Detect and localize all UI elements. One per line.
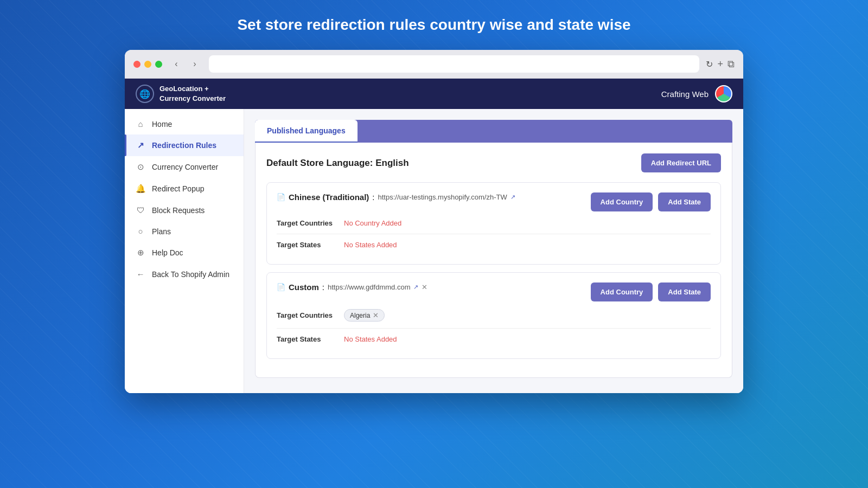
sidebar-item-home[interactable]: ⌂ Home [125, 113, 244, 134]
app-line2: Currency Converter [159, 94, 226, 104]
lang-title-row-custom: 📄 Custom : https://www.gdfdmmd.com ↗ ✕ [277, 282, 427, 292]
external-link-icon-chinese[interactable]: ↗ [510, 194, 515, 201]
target-states-row-chinese: Target States No States Added [277, 241, 711, 249]
shield-icon: 🛡 [136, 206, 145, 215]
refresh-icon[interactable]: ↻ [706, 59, 713, 69]
back-button[interactable]: ‹ [169, 56, 184, 72]
lang-header-chinese: 📄 Chinese (Traditional) : https://uar-te… [277, 192, 711, 211]
traffic-lights [133, 61, 162, 68]
no-states-added-chinese: No States Added [344, 241, 397, 249]
lang-header-custom: 📄 Custom : https://www.gdfdmmd.com ↗ ✕ A… [277, 282, 711, 301]
sidebar-item-redirect-popup[interactable]: 🔔 Redirect Popup [125, 178, 244, 200]
plans-icon: ○ [136, 227, 145, 236]
content-area: Published Languages Default Store Langua… [244, 109, 743, 393]
tab-bar: Published Languages [255, 120, 732, 143]
sidebar-item-currency-converter[interactable]: ⊙ Currency Converter [125, 156, 244, 178]
file-icon-custom: 📄 [277, 283, 285, 291]
no-country-added-chinese: No Country Added [344, 219, 401, 227]
lang-actions-chinese: Add Country Add State [591, 192, 711, 211]
logo-circle [716, 86, 731, 101]
browser-actions: ↻ + ⧉ [706, 59, 735, 70]
sidebar-item-back-to-shopify[interactable]: ← Back To Shopify Admin [125, 264, 244, 285]
close-button[interactable] [133, 61, 141, 68]
sidebar-item-redirection-rules[interactable]: ↗ Redirection Rules [125, 134, 244, 156]
sidebar: ⌂ Home ↗ Redirection Rules ⊙ Currency Co… [125, 109, 244, 393]
add-redirect-url-button[interactable]: Add Redirect URL [641, 153, 721, 172]
new-tab-icon[interactable]: + [717, 59, 723, 70]
target-countries-row-custom: Target Countries Algeria ✕ [277, 309, 711, 322]
app-name: GeoLocation + Currency Converter [159, 84, 226, 104]
lang-name-custom: Custom [289, 282, 319, 292]
algeria-tag: Algeria ✕ [344, 309, 385, 322]
sidebar-item-help-doc[interactable]: ⊕ Help Doc [125, 242, 244, 264]
top-nav-right: Crafting Web [661, 85, 732, 102]
lang-name-chinese: Chinese (Traditional) [289, 192, 369, 202]
divider-chinese [277, 234, 711, 234]
page-title: Set store redirection rules country wise… [237, 16, 630, 34]
sidebar-item-label: Block Requests [152, 206, 205, 215]
browser-window: ‹ › ↻ + ⧉ 🌐 GeoLocation + Currency Conve… [125, 50, 743, 393]
language-card-chinese-traditional: 📄 Chinese (Traditional) : https://uar-te… [266, 182, 721, 265]
redirect-icon: ↗ [136, 140, 145, 150]
app-container: 🌐 GeoLocation + Currency Converter Craft… [125, 79, 743, 393]
no-states-added-custom: No States Added [344, 335, 397, 343]
top-nav-left: 🌐 GeoLocation + Currency Converter [136, 84, 226, 104]
lang-separator-chinese: : [372, 192, 374, 202]
sidebar-item-label: Home [152, 120, 172, 129]
sidebar-item-label: Currency Converter [152, 163, 218, 171]
add-state-button-chinese[interactable]: Add State [658, 192, 711, 211]
divider-custom [277, 328, 711, 329]
sidebar-item-label: Redirect Popup [152, 184, 205, 193]
language-card-custom: 📄 Custom : https://www.gdfdmmd.com ↗ ✕ A… [266, 272, 721, 359]
bell-icon: 🔔 [136, 184, 145, 194]
sidebar-item-block-requests[interactable]: 🛡 Block Requests [125, 200, 244, 221]
target-states-label-chinese: Target States [277, 241, 336, 249]
default-store-header: Default Store Language: English Add Redi… [266, 153, 721, 172]
lang-url-chinese: https://uar-testings.myshopify.com/zh-TW [378, 193, 507, 201]
add-country-button-custom[interactable]: Add Country [591, 282, 653, 301]
target-countries-label-custom: Target Countries [277, 311, 336, 319]
add-country-button-chinese[interactable]: Add Country [591, 192, 653, 211]
file-icon-chinese: 📄 [277, 193, 285, 201]
app-line1: GeoLocation + [159, 84, 226, 94]
page-wrapper: Set store redirection rules country wise… [0, 0, 868, 488]
help-icon: ⊕ [136, 248, 145, 258]
sidebar-item-label: Help Doc [152, 248, 183, 257]
forward-button[interactable]: › [187, 56, 202, 72]
sidebar-item-plans[interactable]: ○ Plans [125, 221, 244, 242]
default-store-title: Default Store Language: English [266, 158, 409, 169]
windows-icon[interactable]: ⧉ [727, 59, 735, 70]
lang-separator-custom: : [322, 282, 324, 292]
sidebar-item-label: Redirection Rules [152, 141, 216, 150]
target-countries-row-chinese: Target Countries No Country Added [277, 219, 711, 227]
target-states-label-custom: Target States [277, 335, 336, 343]
minimize-button[interactable] [144, 61, 151, 68]
brand-name: Crafting Web [661, 89, 709, 99]
address-bar[interactable] [209, 55, 699, 73]
main-layout: ⌂ Home ↗ Redirection Rules ⊙ Currency Co… [125, 109, 743, 393]
add-state-button-custom[interactable]: Add State [658, 282, 711, 301]
browser-nav: ‹ › [169, 56, 202, 72]
lang-actions-custom: Add Country Add State [591, 282, 711, 301]
top-nav: 🌐 GeoLocation + Currency Converter Craft… [125, 79, 743, 109]
algeria-tag-text: Algeria [350, 312, 370, 319]
remove-custom-icon[interactable]: ✕ [422, 283, 427, 291]
lang-title-row-chinese: 📄 Chinese (Traditional) : https://uar-te… [277, 192, 515, 202]
tab-published-languages[interactable]: Published Languages [255, 120, 358, 143]
currency-icon: ⊙ [136, 162, 145, 172]
globe-icon: 🌐 [136, 85, 154, 103]
main-panel: Default Store Language: English Add Redi… [255, 143, 732, 378]
back-arrow-icon: ← [136, 269, 145, 279]
maximize-button[interactable] [155, 61, 162, 68]
home-icon: ⌂ [136, 119, 145, 129]
lang-url-custom: https://www.gdfdmmd.com [328, 283, 410, 291]
target-countries-label-chinese: Target Countries [277, 219, 336, 227]
brand-logo [715, 85, 732, 102]
external-link-icon-custom[interactable]: ↗ [413, 284, 418, 291]
sidebar-item-label: Back To Shopify Admin [152, 270, 229, 279]
target-states-row-custom: Target States No States Added [277, 335, 711, 343]
browser-chrome: ‹ › ↻ + ⧉ [125, 50, 743, 79]
sidebar-item-label: Plans [152, 227, 171, 236]
algeria-tag-remove[interactable]: ✕ [373, 311, 379, 319]
